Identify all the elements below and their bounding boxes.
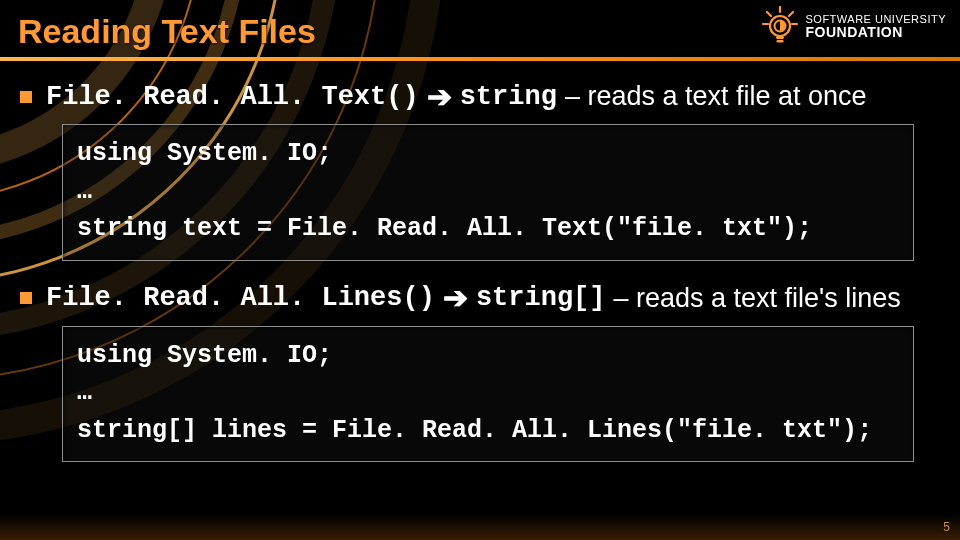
bullet-1: File. Read. All. Text() ➔ string – reads… [20,81,942,112]
logo-line2: FOUNDATION [806,25,947,39]
arrow-icon: ➔ [427,82,452,112]
code-block-2: using System. IO; … string[] lines = Fil… [62,326,914,463]
bullet-2-desc: – reads a text file's lines [614,283,901,314]
lightbulb-icon [760,6,800,46]
svg-rect-14 [776,36,784,39]
bullet-square-icon [20,91,32,103]
bullet-1-desc: – reads a text file at once [565,81,867,112]
arrow-icon: ➔ [443,283,468,313]
svg-rect-15 [776,40,783,43]
bullet-2: File. Read. All. Lines() ➔ string[] – re… [20,283,942,314]
bullet-square-icon [20,292,32,304]
logo: SOFTWARE UNIVERSITY FOUNDATION [760,6,947,46]
title-underline [0,57,960,61]
bullet-1-returns: string [460,82,557,112]
bullet-2-returns: string[] [476,283,606,313]
code-block-1: using System. IO; … string text = File. … [62,124,914,261]
slide-content: Reading Text Files File. Read. All. Text… [0,0,960,540]
logo-line1: SOFTWARE UNIVERSITY [806,14,947,25]
logo-text: SOFTWARE UNIVERSITY FOUNDATION [806,14,947,39]
svg-line-9 [789,12,793,16]
svg-line-8 [767,12,771,16]
page-number: 5 [943,520,950,534]
bullet-2-method: File. Read. All. Lines() [46,283,435,313]
bullet-1-method: File. Read. All. Text() [46,82,419,112]
